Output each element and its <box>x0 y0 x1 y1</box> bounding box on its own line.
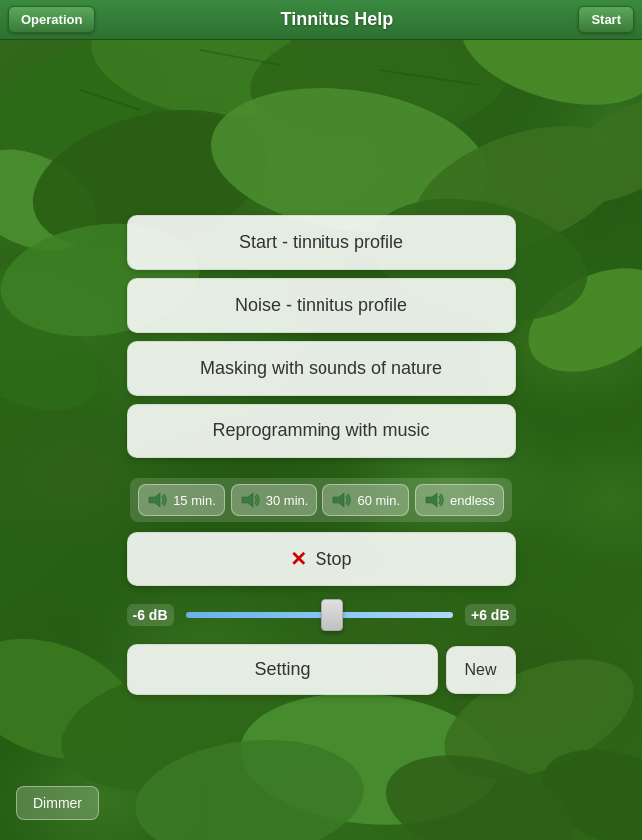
start-tinnitus-button[interactable]: Start - tinnitus profile <box>127 215 516 270</box>
masking-button[interactable]: Masking with sounds of nature <box>127 341 516 396</box>
svg-marker-25 <box>333 493 344 507</box>
dimmer-button[interactable]: Dimmer <box>16 786 99 820</box>
timer-row: 15 min. 30 min. <box>130 478 512 522</box>
volume-row: -6 dB +6 dB <box>127 600 516 630</box>
svg-marker-26 <box>426 493 437 507</box>
x-icon: ✕ <box>290 547 307 571</box>
main-buttons-area: Start - tinnitus profile Noise - tinnitu… <box>127 215 516 522</box>
stop-button[interactable]: ✕ Stop <box>127 532 516 586</box>
start-header-button[interactable]: Start <box>578 6 634 33</box>
svg-marker-24 <box>242 493 253 507</box>
noise-tinnitus-button[interactable]: Noise - tinnitus profile <box>127 278 516 333</box>
timer-60-button[interactable]: 60 min. <box>322 484 409 516</box>
timer-30-button[interactable]: 30 min. <box>231 484 318 516</box>
operation-button[interactable]: Operation <box>8 6 95 33</box>
volume-slider-container <box>186 600 453 630</box>
timer-60-label: 60 min. <box>357 493 400 508</box>
timer-endless-label: endless <box>450 493 495 508</box>
volume-handle[interactable] <box>321 599 343 631</box>
app-title: Tinnitus Help <box>95 9 578 30</box>
timer-15-label: 15 min. <box>173 493 216 508</box>
speaker-15-icon <box>147 491 169 509</box>
settings-row: Setting New <box>127 644 516 695</box>
new-button[interactable]: New <box>446 646 516 694</box>
stop-label: Stop <box>315 549 351 570</box>
timer-15-button[interactable]: 15 min. <box>138 484 225 516</box>
svg-marker-23 <box>149 493 160 507</box>
speaker-endless-icon <box>424 491 446 509</box>
setting-button[interactable]: Setting <box>127 644 438 695</box>
speaker-60-icon <box>331 491 353 509</box>
speaker-30-icon <box>240 491 262 509</box>
volume-max-label: +6 dB <box>465 604 516 626</box>
reprogramming-button[interactable]: Reprogramming with music <box>127 404 516 458</box>
timer-30-label: 30 min. <box>266 493 309 508</box>
volume-track <box>186 612 453 618</box>
volume-min-label: -6 dB <box>127 604 174 626</box>
timer-endless-button[interactable]: endless <box>415 484 504 516</box>
